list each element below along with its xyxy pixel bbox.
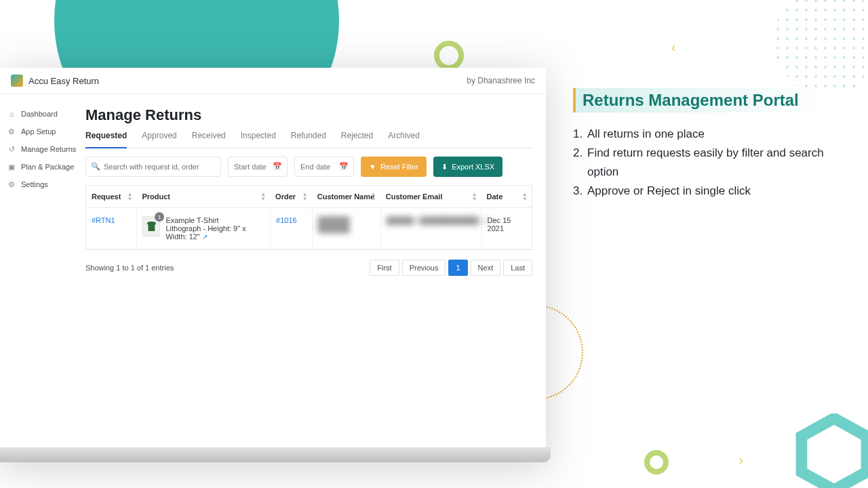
col-customer-email[interactable]: Customer Email▲▼	[380, 186, 481, 208]
brand: Accu Easy Return	[11, 75, 99, 87]
sidebar-item-label: Plan & Package	[21, 163, 74, 171]
sort-icon: ▲▼	[127, 192, 132, 201]
tshirt-icon	[146, 222, 156, 231]
sidebar-item-plan-package[interactable]: ▣Plan & Package	[4, 158, 81, 176]
pagination: First Previous 1 Next Last	[370, 260, 532, 276]
app-logo-icon	[11, 75, 23, 87]
main-content: Manage Returns Requested Approved Receiv…	[85, 94, 546, 447]
calendar-icon: 📅	[273, 162, 282, 171]
request-link[interactable]: #RTN1	[92, 216, 115, 224]
wrench-icon: ⚙	[7, 127, 16, 136]
promo-panel: Returns Management Portal 1.All returns …	[573, 88, 854, 201]
page-1[interactable]: 1	[448, 260, 467, 276]
list-item: 1.All returns in one place	[573, 125, 854, 144]
sort-icon: ▲▼	[472, 192, 477, 201]
sort-icon: ▲▼	[302, 192, 308, 201]
sort-icon: ▲▼	[522, 192, 528, 201]
tab-requested[interactable]: Requested	[85, 131, 127, 148]
app-name: Accu Easy Return	[28, 76, 99, 86]
app-header: Accu Easy Return by Dhanashree Inc	[0, 68, 546, 94]
list-item: 3.Approve or Reject in single click	[573, 182, 854, 201]
col-request[interactable]: Request▲▼	[86, 186, 136, 208]
col-customer-name[interactable]: Customer Name▲▼	[312, 186, 380, 208]
decor-ring	[434, 41, 464, 70]
tabs: Requested Approved Received Inspected Re…	[85, 131, 532, 148]
search-icon: 🔍	[91, 162, 100, 171]
product-desc: Lithograph - Height: 9" x Width: 12" ↗	[165, 224, 264, 241]
decor-hexagon	[793, 413, 868, 488]
showing-text: Showing 1 to 1 of 1 entries	[85, 264, 174, 272]
col-product[interactable]: Product▲▼	[136, 186, 270, 208]
device-base	[0, 447, 551, 462]
product-name: Example T-Shirt	[165, 216, 264, 224]
sidebar-item-label: Manage Returns	[21, 145, 76, 153]
start-date-wrap: 📅	[228, 157, 288, 177]
decor-dots	[773, 0, 868, 95]
tab-inspected[interactable]: Inspected	[241, 131, 276, 148]
calendar-icon: 📅	[339, 162, 349, 171]
sidebar-item-settings[interactable]: ⚙Settings	[4, 176, 81, 193]
table-header-row: Request▲▼ Product▲▼ Order▲▼ Customer Nam…	[86, 186, 532, 208]
home-icon: ⌂	[7, 109, 16, 119]
sidebar-item-label: App Setup	[21, 127, 56, 136]
page-last[interactable]: Last	[503, 260, 532, 276]
decor-ring	[644, 450, 669, 474]
product-thumbnail	[142, 216, 160, 237]
sidebar-item-label: Settings	[21, 180, 48, 188]
tab-approved[interactable]: Approved	[142, 131, 176, 148]
tab-archived[interactable]: Archived	[388, 131, 420, 148]
reset-label: Reset Filter	[380, 163, 418, 171]
filter-icon: ▼	[369, 163, 376, 171]
promo-title: Returns Management Portal	[573, 88, 854, 113]
byline: by Dhanashree Inc	[467, 76, 535, 85]
page-prev[interactable]: Previous	[402, 260, 446, 276]
page-next[interactable]: Next	[471, 260, 501, 276]
tab-rejected[interactable]: Rejected	[341, 131, 373, 148]
sidebar-item-manage-returns[interactable]: ↺Manage Returns	[4, 140, 81, 158]
customer-name: ██████ ██████	[318, 216, 350, 232]
page-first[interactable]: First	[370, 260, 399, 276]
sidebar-item-app-setup[interactable]: ⚙App Setup	[4, 123, 81, 140]
row-date: Dec 15 2021	[481, 208, 532, 249]
sidebar-item-dashboard[interactable]: ⌂Dashboard	[4, 105, 81, 123]
list-item: 2.Find return requests easily by filter …	[573, 144, 854, 182]
external-link-icon[interactable]: ↗	[202, 233, 208, 241]
export-xlsx-button[interactable]: ⬇Export XLSX	[433, 157, 502, 177]
filter-bar: 🔍 📅 📅 ▼Reset Filter ⬇Export XLSX	[85, 157, 532, 177]
col-date[interactable]: Date▲▼	[481, 186, 532, 208]
package-icon: ▣	[7, 162, 16, 171]
page-title: Manage Returns	[85, 106, 532, 124]
sidebar-item-label: Dashboard	[21, 110, 58, 118]
customer-email: █████@███████████.com	[387, 216, 495, 224]
sidebar: ⌂Dashboard ⚙App Setup ↺Manage Returns ▣P…	[0, 94, 85, 447]
export-label: Export XLSX	[452, 163, 494, 171]
returns-table: Request▲▼ Product▲▼ Order▲▼ Customer Nam…	[85, 185, 532, 250]
tab-received[interactable]: Received	[192, 131, 226, 148]
search-wrap: 🔍	[85, 157, 221, 177]
sort-icon: ▲▼	[371, 192, 376, 201]
gear-icon: ⚙	[7, 180, 16, 189]
table-row: #RTN1 Example T-Shirt Lithograph - Heigh…	[86, 208, 532, 249]
search-input[interactable]	[85, 157, 221, 177]
reset-filter-button[interactable]: ▼Reset Filter	[361, 157, 427, 177]
promo-list: 1.All returns in one place 2.Find return…	[573, 125, 854, 201]
col-order[interactable]: Order▲▼	[270, 186, 312, 208]
returns-icon: ↺	[7, 144, 16, 154]
download-icon: ⬇	[441, 163, 448, 171]
end-date-wrap: 📅	[294, 157, 354, 177]
tab-refunded[interactable]: Refunded	[291, 131, 326, 148]
order-link[interactable]: #1016	[276, 216, 297, 224]
sort-icon: ▲▼	[260, 192, 266, 201]
